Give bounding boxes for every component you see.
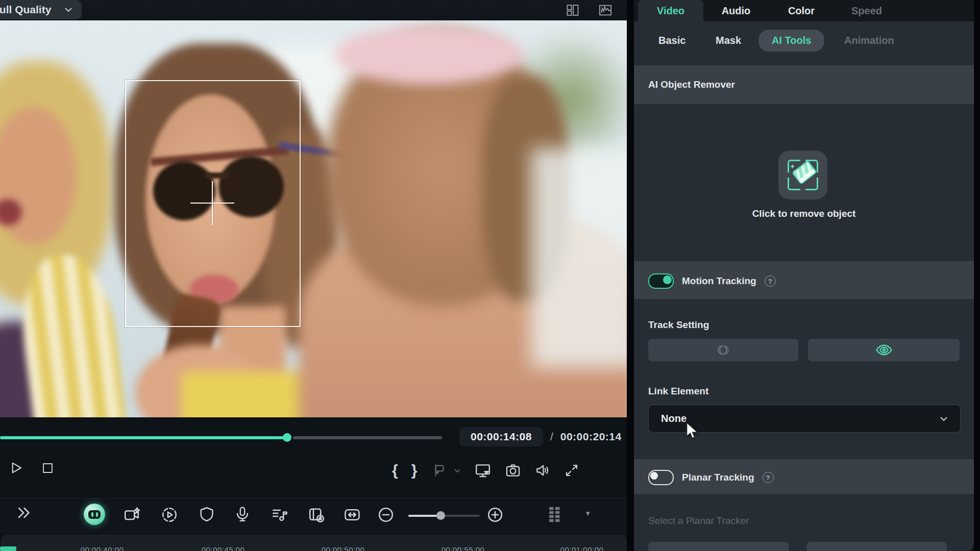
timeline-ruler[interactable]: 00:00:40:00 00:00:45:00 00:00:50:00 00:0… <box>1 535 627 551</box>
panel-subtab-bar: Basic Mask AI Tools Animation <box>634 21 974 59</box>
snapshot-camera-button[interactable] <box>505 462 521 479</box>
motion-tracking-label: Motion Tracking <box>682 276 756 287</box>
quality-label: Full Quality <box>0 4 51 16</box>
track-manager-icon[interactable] <box>545 505 565 526</box>
chevron-down-icon <box>940 416 948 421</box>
pink-visor <box>334 26 523 84</box>
total-timecode: 00:00:20:14 <box>560 431 622 443</box>
subtab-mask[interactable]: Mask <box>716 35 741 46</box>
filmora-window: Full Quality <box>0 0 980 551</box>
track-style-button[interactable] <box>648 339 798 361</box>
motion-tracking-toggle[interactable] <box>648 273 674 289</box>
record-screen-button[interactable] <box>160 506 179 524</box>
ruler-timestamp: 00:00:50:00 <box>310 545 376 551</box>
planar-tracking-help-icon[interactable]: ? <box>763 472 774 483</box>
preview-on-second-screen-button[interactable] <box>474 462 492 479</box>
shield-effects-button[interactable] <box>198 506 215 523</box>
fit-timeline-button[interactable] <box>343 506 361 524</box>
video-canvas[interactable] <box>0 20 627 417</box>
ai-copilot-button[interactable] <box>84 504 105 525</box>
motion-tracking-help-icon[interactable]: ? <box>765 276 776 287</box>
mark-in-button[interactable]: { <box>392 463 398 478</box>
properties-panel: Video Audio Color Speed Basic Mask AI To… <box>634 0 974 551</box>
video-scopes-icon[interactable] <box>598 3 612 19</box>
mouse-cursor <box>685 422 700 440</box>
ai-video-tool-button[interactable] <box>122 506 141 524</box>
tab-speed[interactable]: Speed <box>834 0 899 21</box>
timeline-toolbar: ▾ <box>0 498 627 533</box>
object-remover-header: AI Object Remover <box>634 65 974 104</box>
current-timecode: 00:00:14:08 <box>459 427 543 446</box>
seekbar-track <box>293 436 442 439</box>
voiceover-mic-button[interactable] <box>234 506 251 523</box>
remove-object-button[interactable]: ✦ ✦ <box>778 151 827 199</box>
fullscreen-button[interactable] <box>564 463 579 478</box>
volume-button[interactable] <box>534 462 551 479</box>
preview-topbar: Full Quality <box>0 0 627 20</box>
ruler-timestamp: 00:00:45:00 <box>190 545 256 551</box>
play-button[interactable] <box>8 460 23 475</box>
tab-color[interactable]: Color <box>769 0 834 21</box>
subtab-animation[interactable]: Animation <box>844 35 894 46</box>
planar-tracking-toggle[interactable] <box>648 470 674 485</box>
ruler-timestamp: 00:00:55:00 <box>430 545 496 551</box>
marker-chevron-icon[interactable] <box>454 468 461 473</box>
planar-tracker-placeholder: Select a Planar Tracker <box>648 515 749 527</box>
playback-quality-dropdown[interactable]: Full Quality <box>0 0 82 19</box>
planar-tracker-option-2[interactable] <box>806 542 947 551</box>
pane-divider <box>627 0 634 551</box>
seekbar-handle[interactable] <box>283 433 291 442</box>
track-preview-button[interactable] <box>808 339 960 361</box>
panel-tab-bar: Video Audio Color Speed <box>634 0 978 21</box>
clip-settings-button[interactable] <box>307 506 326 524</box>
link-element-label: Link Element <box>648 386 708 397</box>
link-element-value: None <box>661 413 687 424</box>
planar-tracking-row: Planar Tracking ? <box>634 459 974 494</box>
timecode-separator: / <box>550 431 553 443</box>
robot-icon <box>88 510 101 519</box>
mosaic-circle-icon <box>716 342 731 358</box>
motion-tracking-box[interactable] <box>125 80 301 327</box>
preview-pane: Full Quality <box>0 0 627 551</box>
mark-out-button[interactable]: } <box>411 463 418 478</box>
chevron-down-icon <box>64 7 72 12</box>
audio-stock-button[interactable] <box>271 506 289 524</box>
subtab-basic[interactable]: Basic <box>658 35 685 46</box>
eye-icon <box>875 341 893 359</box>
multi-view-icon[interactable] <box>566 3 580 19</box>
planar-tracker-option-1[interactable] <box>648 542 789 551</box>
subtab-ai-tools[interactable]: AI Tools <box>758 30 824 52</box>
track-manager-caret[interactable]: ▾ <box>586 509 590 518</box>
tab-audio[interactable]: Audio <box>703 0 769 21</box>
expand-toolbar-button[interactable] <box>14 504 33 522</box>
zoom-out-button[interactable] <box>377 506 395 524</box>
zoom-slider-handle[interactable] <box>436 511 445 520</box>
tab-video[interactable]: Video <box>638 0 703 21</box>
panel-scrollbar-track[interactable] <box>974 0 980 551</box>
timeline-clip-fragment[interactable] <box>0 546 16 551</box>
stop-button[interactable] <box>41 461 55 475</box>
ruler-timestamp: 00:00:40:00 <box>69 545 135 551</box>
ruler-timestamp: 00:01:00:00 <box>549 545 615 551</box>
zoom-in-button[interactable] <box>486 506 504 524</box>
motion-tracking-row: Motion Tracking ? <box>634 261 974 299</box>
object-remover-title: AI Object Remover <box>648 79 735 90</box>
marker-button[interactable] <box>430 462 447 479</box>
remove-object-caption: Click to remove object <box>752 208 856 219</box>
track-setting-label: Track Setting <box>648 319 709 331</box>
seekbar-progress <box>0 436 284 439</box>
timeline-zoom-slider[interactable] <box>408 515 480 517</box>
planar-tracking-label: Planar Tracking <box>682 472 754 483</box>
